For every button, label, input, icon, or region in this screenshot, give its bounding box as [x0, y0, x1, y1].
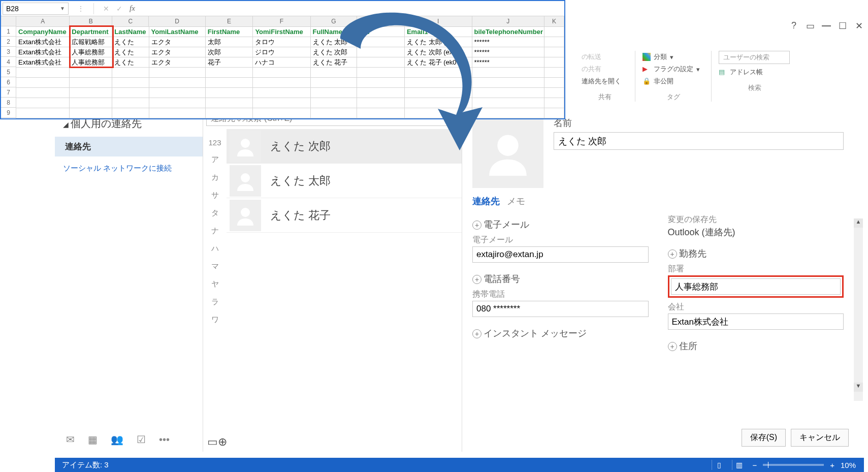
- row-header[interactable]: 3: [1, 47, 16, 57]
- email-section-header[interactable]: +電子メール: [472, 218, 649, 231]
- calendar-icon[interactable]: ▦: [88, 433, 98, 446]
- tasks-icon[interactable]: ☑: [137, 433, 146, 446]
- col-header[interactable]: J: [472, 16, 544, 26]
- ribbon-group-share-label: 共有: [582, 87, 628, 102]
- row-header[interactable]: 5: [1, 67, 16, 77]
- row-header[interactable]: 6: [1, 77, 16, 87]
- detail-scrollbar[interactable]: ▲ ▼: [854, 218, 863, 401]
- save-button[interactable]: 保存(S): [742, 429, 786, 447]
- phone-section-header[interactable]: +電話番号: [472, 273, 649, 285]
- view-normal-icon[interactable]: ▯: [712, 460, 726, 470]
- email-input[interactable]: [472, 246, 649, 263]
- row-header[interactable]: 1: [1, 26, 16, 37]
- view-reading-icon[interactable]: ▥: [732, 460, 746, 470]
- address-section-header[interactable]: +住所: [668, 340, 844, 352]
- scroll-down-icon[interactable]: ▼: [854, 383, 863, 392]
- zoom-slider[interactable]: [763, 464, 824, 466]
- excel-grid[interactable]: 1 2 3 4 5 6 7 8 9 A B C D E F G H I J K: [1, 16, 564, 118]
- contact-item[interactable]: えくた 太郎: [227, 164, 462, 198]
- ribbon-flag[interactable]: ▶フラグの設定 ▾: [642, 63, 704, 75]
- tab-memo[interactable]: メモ: [507, 195, 525, 207]
- work-section-header[interactable]: +勤務先: [668, 247, 844, 260]
- ribbon-address-book[interactable]: ▤アドレス帳: [719, 66, 791, 78]
- table-row[interactable]: [16, 98, 564, 108]
- alpha-index-rail: 123 ア カ サ タ ナ ハ マ ヤ ラ ワ: [203, 129, 227, 432]
- contact-item[interactable]: えくた 花子: [227, 198, 462, 233]
- row-header[interactable]: 4: [1, 57, 16, 67]
- close-icon[interactable]: ✕: [854, 20, 864, 32]
- ribbon-open-contact[interactable]: 連絡先を開く: [582, 75, 628, 87]
- contact-item[interactable]: えくた 次郎: [227, 129, 462, 164]
- plus-icon: +: [668, 342, 677, 351]
- table-row[interactable]: [16, 68, 564, 78]
- accept-formula-icon[interactable]: ✓: [116, 5, 122, 13]
- nav-contacts-folder[interactable]: 連絡先: [55, 137, 203, 156]
- name-box[interactable]: B28▼: [3, 3, 69, 15]
- index-item[interactable]: 123: [203, 134, 227, 151]
- help-icon[interactable]: ?: [789, 20, 799, 32]
- people-card-icon[interactable]: ▭⊕: [207, 435, 227, 449]
- col-header[interactable]: C: [112, 16, 149, 26]
- cancel-formula-icon[interactable]: ✕: [103, 5, 109, 13]
- index-item[interactable]: サ: [203, 186, 227, 204]
- tab-contact[interactable]: 連絡先: [472, 195, 500, 207]
- row-header[interactable]: 9: [1, 108, 16, 118]
- col-header[interactable]: E: [206, 16, 253, 26]
- row-header[interactable]: 2: [1, 37, 16, 47]
- company-label: 会社: [668, 302, 844, 312]
- minimize-icon[interactable]: —: [821, 20, 831, 32]
- table-row[interactable]: [16, 78, 564, 88]
- dept-input[interactable]: [671, 278, 841, 295]
- table-row[interactable]: [16, 108, 564, 118]
- ribbon-categorize[interactable]: 分類 ▾: [642, 51, 704, 63]
- index-item[interactable]: ヤ: [203, 275, 227, 293]
- table-row[interactable]: Extan株式会社人事総務部えくたエクタ花子ハナコえくた 花子えくた 花子 (e…: [16, 57, 564, 68]
- index-item[interactable]: ア: [203, 151, 227, 169]
- ribbon-private[interactable]: 🔒非公開: [642, 75, 704, 87]
- fx-icon[interactable]: fx: [130, 4, 135, 13]
- table-row[interactable]: [16, 88, 564, 98]
- col-header[interactable]: K: [544, 16, 564, 26]
- people-icon[interactable]: 👥: [111, 433, 123, 446]
- mail-icon[interactable]: ✉: [66, 433, 75, 446]
- col-header[interactable]: F: [253, 16, 310, 26]
- maximize-icon[interactable]: ☐: [838, 20, 848, 32]
- cancel-button[interactable]: キャンセル: [791, 429, 849, 447]
- col-header[interactable]: I: [405, 16, 472, 26]
- contact-photo[interactable]: [472, 117, 543, 188]
- index-item[interactable]: タ: [203, 204, 227, 222]
- table-header-row[interactable]: CompanyNameDepartmentLastNameYomiLastNam…: [16, 27, 564, 37]
- excel-window: B28▼ ⋮ ✕ ✓ fx 1 2 3 4 5 6 7 8 9 A B C: [0, 0, 565, 119]
- index-item[interactable]: ハ: [203, 240, 227, 258]
- user-search-input[interactable]: ユーザーの検索: [719, 51, 790, 64]
- formula-input[interactable]: [142, 1, 564, 16]
- nav-social-link[interactable]: ソーシャル ネットワークに接続: [55, 156, 203, 180]
- index-item[interactable]: ワ: [203, 311, 227, 329]
- name-input[interactable]: [554, 132, 844, 150]
- company-input[interactable]: [668, 313, 844, 330]
- col-header[interactable]: G: [311, 16, 358, 26]
- ribbon-collapse-icon[interactable]: ▭: [805, 20, 815, 32]
- more-icon[interactable]: •••: [159, 434, 170, 446]
- scroll-up-icon[interactable]: ▲: [854, 218, 863, 228]
- index-item[interactable]: カ: [203, 169, 227, 186]
- row-header[interactable]: 7: [1, 87, 16, 98]
- zoom-out-icon[interactable]: −: [752, 461, 757, 469]
- table-row[interactable]: Extan株式会社広報戦略部えくたエクタ太郎タロウえくた 太郎えくた 太郎 (e…: [16, 37, 564, 47]
- phone-label: 携帯電話: [472, 289, 649, 300]
- im-section-header[interactable]: +インスタント メッセージ: [472, 327, 649, 339]
- index-item[interactable]: ラ: [203, 293, 227, 311]
- row-header[interactable]: 8: [1, 98, 16, 108]
- nav-footer-icons: ✉ ▦ 👥 ☑ •••: [55, 427, 203, 452]
- col-header[interactable]: A: [16, 16, 70, 26]
- save-to-label: 変更の保存先: [668, 214, 844, 225]
- phone-input[interactable]: [472, 301, 649, 317]
- table-row[interactable]: Extan株式会社人事総務部えくたエクタ次郎ジロウえくた 次郎えくた 次郎 (e…: [16, 47, 564, 57]
- index-item[interactable]: マ: [203, 258, 227, 275]
- col-header[interactable]: B: [70, 16, 112, 26]
- zoom-in-icon[interactable]: +: [830, 461, 834, 469]
- select-all-corner[interactable]: [1, 16, 16, 26]
- col-header[interactable]: H: [357, 16, 405, 26]
- col-header[interactable]: D: [149, 16, 205, 26]
- index-item[interactable]: ナ: [203, 222, 227, 240]
